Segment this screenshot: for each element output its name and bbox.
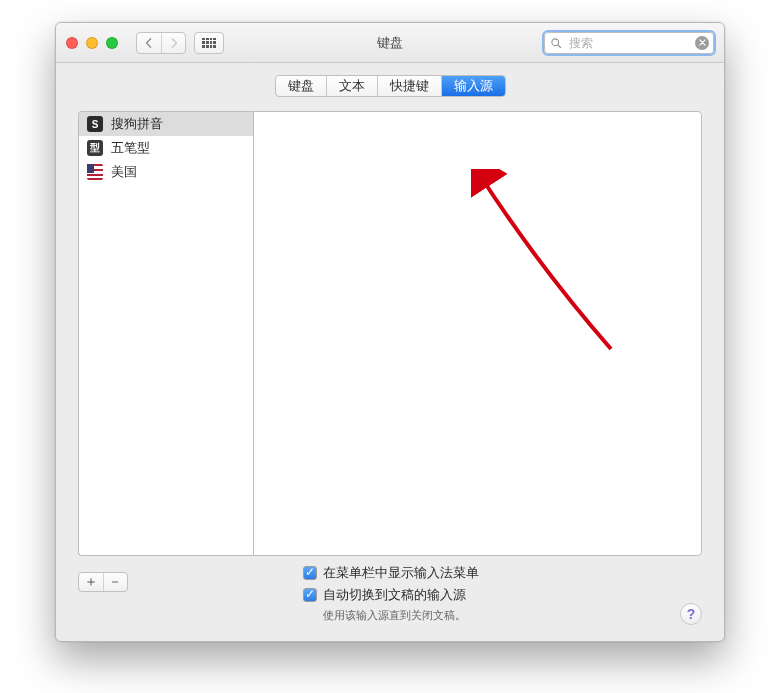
- main-row: S 搜狗拼音 型 五笔型 美国: [78, 111, 702, 556]
- auto-switch-option[interactable]: 自动切换到文稿的输入源: [303, 586, 702, 604]
- add-remove-group: ＋ －: [78, 572, 128, 592]
- tab-keyboard[interactable]: 键盘: [276, 76, 326, 96]
- zoom-window-button[interactable]: [106, 37, 118, 49]
- show-all-button[interactable]: [194, 32, 224, 54]
- auto-switch-checkbox[interactable]: [303, 588, 317, 602]
- tab-shortcuts[interactable]: 快捷键: [377, 76, 441, 96]
- tab-text[interactable]: 文本: [326, 76, 377, 96]
- show-input-menu-option[interactable]: 在菜单栏中显示输入法菜单: [303, 564, 702, 582]
- window-controls: [66, 37, 118, 49]
- content-area: 键盘 文本 快捷键 输入源 S 搜狗拼音 型 五笔型 美国: [56, 63, 724, 641]
- nav-back-button[interactable]: [137, 33, 161, 53]
- us-flag-icon: [87, 164, 103, 180]
- remove-source-button[interactable]: －: [103, 573, 128, 591]
- list-item-label: 五笔型: [111, 139, 150, 157]
- clear-search-button[interactable]: [695, 36, 709, 50]
- nav-back-forward: [136, 32, 186, 54]
- preferences-window: 键盘 键盘 文本 快捷键 输入源 S 搜狗拼: [55, 22, 725, 642]
- list-item-label: 搜狗拼音: [111, 115, 163, 133]
- list-item-label: 美国: [111, 163, 137, 181]
- sogou-icon: S: [87, 116, 103, 132]
- search-field-wrap: [544, 32, 714, 54]
- chevron-left-icon: [145, 38, 153, 48]
- list-item[interactable]: S 搜狗拼音: [79, 112, 253, 136]
- option-label: 自动切换到文稿的输入源: [323, 586, 466, 604]
- segmented-control: 键盘 文本 快捷键 输入源: [275, 75, 506, 97]
- chevron-right-icon: [170, 38, 178, 48]
- titlebar: 键盘: [56, 23, 724, 63]
- bottom-row: ＋ － 在菜单栏中显示输入法菜单 自动切换到文稿的输入源 使用该输入源直到关闭文…: [78, 564, 702, 623]
- minimize-window-button[interactable]: [86, 37, 98, 49]
- svg-line-1: [558, 44, 561, 47]
- list-item[interactable]: 美国: [79, 160, 253, 184]
- close-icon: [699, 39, 706, 46]
- input-source-list[interactable]: S 搜狗拼音 型 五笔型 美国: [78, 111, 253, 556]
- help-button[interactable]: ?: [680, 603, 702, 625]
- add-source-button[interactable]: ＋: [79, 573, 103, 591]
- show-input-menu-checkbox[interactable]: [303, 566, 317, 580]
- search-icon: [550, 37, 562, 49]
- wubi-icon: 型: [87, 140, 103, 156]
- nav-forward-button[interactable]: [161, 33, 185, 53]
- option-hint: 使用该输入源直到关闭文稿。: [323, 608, 702, 623]
- option-label: 在菜单栏中显示输入法菜单: [323, 564, 479, 582]
- source-preview-panel: [253, 111, 702, 556]
- close-window-button[interactable]: [66, 37, 78, 49]
- list-item[interactable]: 型 五笔型: [79, 136, 253, 160]
- grid-icon: [202, 38, 216, 48]
- tab-input-sources[interactable]: 输入源: [441, 76, 505, 96]
- search-input[interactable]: [544, 32, 714, 54]
- tab-bar: 键盘 文本 快捷键 输入源: [78, 75, 702, 97]
